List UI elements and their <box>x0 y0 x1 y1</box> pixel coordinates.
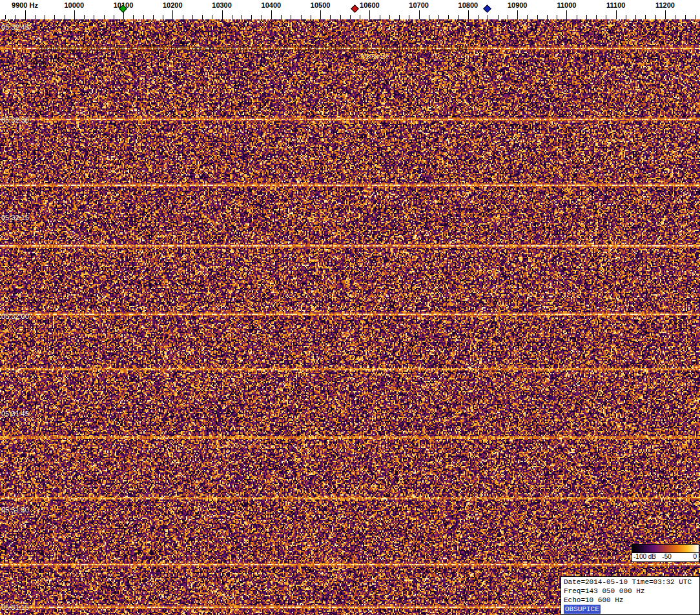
frequency-offset-annotation: ^f+39 <box>29 59 46 67</box>
minor-tick <box>65 15 65 19</box>
minor-tick <box>675 15 675 19</box>
spectrogram-canvas <box>0 19 700 615</box>
major-tick <box>74 10 75 19</box>
major-tick <box>369 10 370 19</box>
meteor-spectrogram-app: 9900 Hz100001010010200103001040010500106… <box>0 0 700 615</box>
minor-tick <box>330 15 331 19</box>
major-tick <box>616 10 617 19</box>
minor-tick <box>153 15 154 19</box>
minor-tick <box>438 15 439 19</box>
minor-tick <box>232 15 232 19</box>
minor-tick <box>54 15 55 19</box>
db-label-min: -100 dB <box>633 553 656 560</box>
major-tick <box>320 10 321 19</box>
minor-tick <box>537 15 538 19</box>
major-tick <box>468 10 469 19</box>
major-tick <box>222 10 223 19</box>
minor-tick <box>577 15 577 19</box>
minor-tick <box>202 15 203 19</box>
minor-tick <box>586 15 587 19</box>
minor-tick <box>262 15 262 19</box>
minor-tick <box>15 15 15 19</box>
minor-tick <box>695 15 695 19</box>
major-tick <box>566 10 567 19</box>
info-date-line: Date=2014-05-10 Time=03:32 UTC <box>564 578 697 587</box>
major-tick <box>172 10 173 19</box>
minor-tick <box>192 15 193 19</box>
freq-tick-label: 10400 <box>262 1 282 9</box>
blue-marker[interactable] <box>484 5 492 13</box>
freq-tick-label: 10000 <box>64 1 84 9</box>
minor-tick <box>409 15 409 19</box>
minor-tick <box>508 15 508 19</box>
freq-tick-label: 10700 <box>409 1 429 9</box>
minor-tick <box>291 15 291 19</box>
minor-tick <box>104 15 105 19</box>
time-label: 05:31:30 <box>1 506 29 514</box>
freq-tick-label: 10600 <box>360 1 380 9</box>
minor-tick <box>596 15 597 19</box>
minor-tick <box>635 15 636 19</box>
time-label: 05:31:15 <box>1 603 29 611</box>
db-scale-labels: -100 dB -50 0 <box>632 553 699 561</box>
time-label: 05:32:45 <box>1 23 29 31</box>
db-scale-legend: -100 dB -50 0 <box>632 544 699 562</box>
freq-tick-label: 10300 <box>212 1 232 9</box>
red-marker[interactable] <box>351 5 359 13</box>
minor-tick <box>84 15 85 19</box>
major-tick <box>517 10 518 19</box>
major-tick <box>271 10 272 19</box>
minor-tick <box>114 15 114 19</box>
minor-tick <box>350 15 351 19</box>
minor-tick <box>655 15 656 19</box>
time-label: 05:32:15 <box>1 214 29 221</box>
minor-tick <box>35 15 36 19</box>
observation-info-panel: Date=2014-05-10 Time=03:32 UTC Freq=143 … <box>561 576 700 615</box>
minor-tick <box>478 15 479 19</box>
minor-tick <box>458 15 459 19</box>
info-echo-line: Echo=10 600 Hz <box>564 596 697 605</box>
db-label-max: 0 <box>693 553 697 560</box>
freq-tick-label: 10500 <box>311 1 331 9</box>
minor-tick <box>212 15 212 19</box>
minor-tick <box>281 15 282 19</box>
freq-tick-label: 9900 Hz <box>12 1 38 9</box>
minor-tick <box>448 15 449 19</box>
time-label: 05:32:30 <box>1 116 29 124</box>
minor-tick <box>389 15 390 19</box>
freq-tick-label: 11000 <box>557 1 576 9</box>
freq-tick-label: 10800 <box>458 1 479 9</box>
minor-tick <box>626 15 626 19</box>
db-gradient-bar <box>632 545 699 553</box>
db-label-mid: -50 <box>662 553 671 560</box>
minor-tick <box>527 15 528 19</box>
minor-tick <box>488 15 488 19</box>
freq-tick-label: 10200 <box>163 1 183 9</box>
minor-tick <box>133 15 134 19</box>
freq-tick-label: 10900 <box>508 1 528 9</box>
minor-tick <box>557 15 557 19</box>
major-tick <box>419 10 420 19</box>
minor-tick <box>645 15 646 19</box>
minor-tick <box>399 15 400 19</box>
minor-tick <box>251 15 252 19</box>
minor-tick <box>498 15 499 19</box>
major-tick <box>665 10 666 19</box>
minor-tick <box>340 15 341 19</box>
minor-tick <box>606 15 606 19</box>
info-freq-line: Freq=143 050 000 Hz <box>564 587 697 596</box>
minor-tick <box>301 15 302 19</box>
minor-tick <box>360 15 360 19</box>
minor-tick <box>242 15 242 19</box>
minor-tick <box>163 15 163 19</box>
time-label: 05:31:45 <box>1 410 29 418</box>
time-label: 05:32:00 <box>1 312 29 320</box>
info-station-line: OBSUPICE <box>564 605 697 614</box>
minor-tick <box>183 15 183 19</box>
minor-tick <box>45 15 45 19</box>
minor-tick <box>5 15 6 19</box>
frequency-ruler: 9900 Hz100001010010200103001040010500106… <box>0 0 700 19</box>
minor-tick <box>547 15 548 19</box>
minor-tick <box>94 15 94 19</box>
minor-tick <box>143 15 144 19</box>
